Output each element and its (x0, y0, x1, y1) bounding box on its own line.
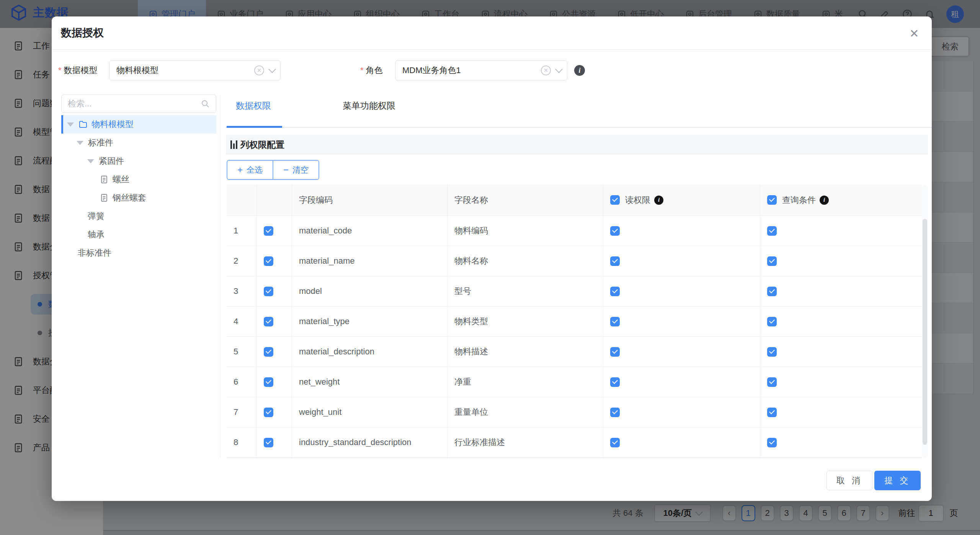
query-condition-checkbox[interactable] (767, 317, 777, 326)
query-condition-checkbox[interactable] (767, 347, 777, 357)
row-checkbox[interactable] (264, 317, 273, 326)
minus-icon: − (283, 165, 289, 175)
read-permission-checkbox[interactable] (610, 408, 620, 417)
caret-down-icon[interactable] (67, 122, 74, 127)
field-code-cell: weight_unit (292, 397, 448, 427)
table-row: 5 material_description 物料描述 (227, 337, 922, 367)
search-icon (201, 99, 210, 108)
model-tree: 物料根模型 标准件 紧固件 螺丝 钢丝螺套 弹簧 轴承 非标准件 (61, 115, 216, 262)
folder-icon (78, 120, 88, 129)
active-tab-underline (227, 126, 282, 128)
read-permission-header-checkbox[interactable] (610, 195, 620, 205)
caret-down-icon[interactable] (87, 159, 94, 163)
tree-leaf[interactable]: 钢丝螺套 (61, 189, 216, 207)
row-checkbox[interactable] (264, 438, 273, 447)
row-checkbox[interactable] (264, 256, 273, 266)
field-code-cell: model (292, 276, 448, 306)
table-scrollbar[interactable] (922, 184, 928, 458)
query-condition-checkbox[interactable] (767, 408, 777, 417)
row-checkbox[interactable] (264, 287, 273, 296)
query-condition-checkbox[interactable] (767, 226, 777, 236)
tree-search-input[interactable]: 检索... (61, 95, 216, 113)
query-condition-header-checkbox[interactable] (767, 195, 777, 205)
query-condition-checkbox[interactable] (767, 287, 777, 296)
row-index: 7 (227, 397, 257, 427)
table-row: 7 weight_unit 重量单位 (227, 397, 922, 427)
read-permission-checkbox[interactable] (610, 226, 620, 236)
table-row: 3 model 型号 (227, 276, 922, 307)
table-row: 2 material_name 物料名称 (227, 246, 922, 276)
row-index: 2 (227, 246, 257, 276)
field-name-cell: 型号 (448, 276, 603, 306)
query-condition-checkbox[interactable] (767, 438, 777, 447)
scrollbar-thumb[interactable] (923, 219, 927, 445)
tree-leaf[interactable]: 非标准件 (61, 244, 216, 262)
query-condition-checkbox[interactable] (767, 377, 777, 387)
field-permission-table: 字段编码 字段名称 读权限 i 查询条件 i 1 material_code 物… (227, 184, 922, 458)
tree-leaf[interactable]: 轴承 (61, 225, 216, 244)
field-name-cell: 物料类型 (448, 307, 603, 336)
tree-node[interactable]: 标准件 (61, 134, 216, 152)
info-icon[interactable]: i (574, 65, 585, 76)
plus-icon: + (237, 165, 243, 175)
table-row: 1 material_code 物料编码 (227, 216, 922, 246)
read-permission-checkbox[interactable] (610, 377, 620, 387)
read-permission-checkbox[interactable] (610, 256, 620, 266)
data-model-label: * 数据模型 (58, 60, 98, 80)
row-index: 8 (227, 427, 257, 457)
modal-title: 数据授权 (61, 16, 104, 49)
chevron-down-icon (268, 65, 276, 73)
read-permission-checkbox[interactable] (610, 317, 620, 326)
clear-icon[interactable]: ✕ (254, 65, 264, 75)
info-icon[interactable]: i (654, 196, 663, 205)
row-index: 4 (227, 307, 257, 336)
field-code-cell: material_code (292, 216, 448, 246)
row-index: 1 (227, 216, 257, 246)
row-checkbox[interactable] (264, 226, 273, 236)
clear-icon[interactable]: ✕ (541, 65, 551, 75)
tree-leaf[interactable]: 弹簧 (61, 207, 216, 225)
row-checkbox[interactable] (264, 377, 273, 387)
tree-node[interactable]: 紧固件 (61, 152, 216, 170)
field-code-cell: net_weight (292, 367, 448, 397)
submit-button[interactable]: 提 交 (874, 471, 921, 490)
tab-data-permission[interactable]: 数据权限 (236, 100, 271, 112)
read-permission-checkbox[interactable] (610, 287, 620, 296)
role-select[interactable]: MDM业务角色1 ✕ (395, 60, 567, 80)
tab-menu-function-permission[interactable]: 菜单功能权限 (343, 100, 395, 112)
read-permission-checkbox[interactable] (610, 347, 620, 357)
clear-button[interactable]: − 清空 (273, 161, 318, 179)
tabs-baseline (226, 127, 932, 128)
field-name-cell: 物料名称 (448, 246, 603, 276)
field-code-cell: material_type (292, 307, 448, 336)
tree-node-root[interactable]: 物料根模型 (61, 115, 216, 134)
tree-leaf[interactable]: 螺丝 (61, 170, 216, 189)
row-index: 5 (227, 337, 257, 367)
doc-icon (100, 193, 109, 202)
read-permission-checkbox[interactable] (610, 438, 620, 447)
close-icon[interactable]: ✕ (906, 26, 922, 41)
query-condition-checkbox[interactable] (767, 256, 777, 266)
field-name-cell: 重量单位 (448, 397, 603, 427)
table-header-row: 字段编码 字段名称 读权限 i 查询条件 i (227, 184, 922, 216)
caret-down-icon[interactable] (77, 141, 83, 145)
column-permission-section: 列权限配置 (226, 135, 928, 155)
table-row: 4 material_type 物料类型 (227, 307, 922, 337)
row-checkbox[interactable] (264, 408, 273, 417)
info-icon[interactable]: i (820, 196, 829, 205)
row-checkbox[interactable] (264, 347, 273, 357)
required-asterisk: * (360, 65, 364, 75)
header-field-code: 字段编码 (292, 184, 448, 215)
data-model-select[interactable]: 物料根模型 ✕ (109, 60, 281, 80)
selection-button-group: + 全选 − 清空 (227, 160, 319, 180)
select-all-button[interactable]: + 全选 (227, 161, 273, 179)
header-query-condition: 查询条件 (782, 194, 816, 206)
cancel-button[interactable]: 取 消 (826, 471, 872, 490)
field-name-cell: 净重 (448, 367, 603, 397)
table-row: 6 net_weight 净重 (227, 367, 922, 397)
header-read-permission: 读权限 (625, 194, 650, 206)
field-code-cell: material_description (292, 337, 448, 367)
role-label: * 角色 (360, 60, 383, 80)
table-row: 8 industry_standard_description 行业标准描述 (227, 427, 922, 458)
field-code-cell: material_name (292, 246, 448, 276)
